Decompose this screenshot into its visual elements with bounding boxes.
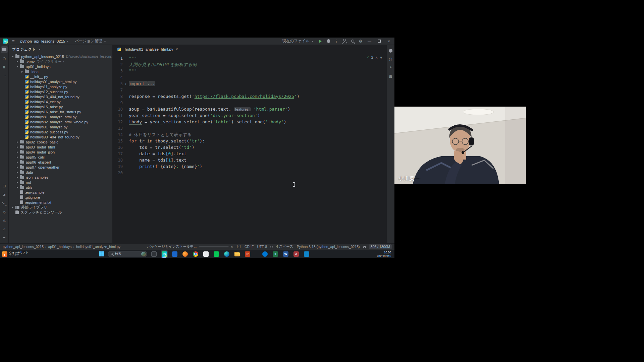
python-interpreter[interactable]: Python 3.13 (python_api_lessons_0215) — [297, 245, 360, 249]
run-config-widget[interactable]: 現在のファイル — [279, 38, 316, 45]
line-number[interactable]: 2 — [113, 62, 123, 67]
python-packages-icon[interactable]: □ — [1, 182, 8, 189]
tree-item[interactable]: json_samples — [9, 175, 112, 180]
more-tools-icon[interactable]: ⋯ — [1, 72, 8, 79]
breadcrumb-item[interactable]: python_api_lessons_0215 — [3, 245, 44, 249]
taskbar-vscode-button[interactable] — [303, 250, 310, 258]
taskbar-line-button[interactable] — [213, 250, 220, 258]
taskbar-outlook-button[interactable] — [171, 250, 178, 258]
run-button[interactable] — [316, 38, 324, 45]
line-number[interactable]: 20 — [113, 171, 123, 175]
maximize-button[interactable] — [374, 38, 384, 45]
code-line[interactable]: 18 name = tds[1].text — [113, 157, 386, 163]
tree-item[interactable]: 外部ライブラリ — [9, 205, 112, 210]
tree-item[interactable]: holidays13_404_not_found.py — [9, 94, 112, 99]
main-menu-icon[interactable]: ≡ — [9, 39, 17, 44]
tree-item[interactable]: holidays12_success.py — [9, 89, 112, 94]
line-number[interactable]: 19 — [113, 164, 123, 169]
start-button[interactable] — [99, 251, 105, 257]
taskbar-access-button[interactable]: A — [292, 250, 300, 258]
chevron-up-icon[interactable]: ∧ — [375, 55, 378, 59]
code-line[interactable]: 16 tds = tr.select('td') — [113, 144, 386, 150]
more-actions-button[interactable]: ⋮ — [332, 38, 340, 45]
tree-item[interactable]: app07_openweather — [9, 165, 112, 170]
line-number[interactable]: 15 — [113, 139, 123, 143]
line-number[interactable]: 10 — [113, 107, 123, 112]
line-number[interactable]: 7 — [113, 88, 123, 93]
taskbar-firefox-button[interactable] — [181, 250, 189, 258]
line-number[interactable]: 1 — [113, 56, 123, 61]
chevron-closed-icon[interactable] — [15, 145, 19, 149]
line-number[interactable]: 3 — [113, 69, 123, 73]
taskbar-notepad-button[interactable] — [202, 250, 210, 258]
commit-icon[interactable]: ○ — [1, 55, 8, 62]
chevron-closed-icon[interactable] — [15, 160, 19, 164]
code-line[interactable]: 13 — [113, 125, 386, 131]
close-tab-icon[interactable]: × — [175, 47, 178, 52]
tree-item[interactable]: .gitignore — [9, 195, 112, 200]
tree-item[interactable]: requirements.txt — [9, 200, 112, 205]
tree-item[interactable]: holidays14_exit.py — [9, 99, 112, 104]
tree-item[interactable]: .env.sample — [9, 190, 112, 195]
chevron-closed-icon[interactable] — [15, 185, 19, 189]
chevron-closed-icon[interactable] — [15, 180, 19, 184]
breadcrumb-item[interactable]: api01_holidays — [48, 245, 72, 249]
tree-item[interactable]: holidays93_404_not_found.py — [9, 134, 112, 139]
vcs-widget[interactable]: バージョン管理 — [72, 38, 109, 45]
line-ending[interactable]: CRLF — [245, 245, 254, 249]
widgets-button[interactable]: ウォッチリスト アイデア — [2, 250, 28, 258]
chevron-closed-icon[interactable] — [15, 165, 19, 169]
inspections-icon[interactable] — [270, 246, 273, 248]
taskbar-windows-terminal-button[interactable] — [150, 250, 158, 258]
line-number[interactable]: 5 — [113, 81, 123, 86]
tree-item[interactable]: holidays92_success.py — [9, 129, 112, 134]
chevron-closed-icon[interactable] — [15, 170, 19, 174]
tree-item[interactable]: md — [9, 180, 112, 185]
chevron-closed-icon[interactable] — [15, 155, 19, 159]
taskbar-explorer-button[interactable] — [233, 250, 241, 258]
tree-item[interactable]: .venvライブラリ ルート — [9, 59, 112, 64]
close-button[interactable]: × — [384, 38, 394, 45]
file-encoding[interactable]: UTF-8 — [257, 245, 267, 249]
taskbar-clock[interactable]: 10:50 2025/02/15 — [377, 251, 391, 258]
fold-marker-icon[interactable]: › — [123, 81, 129, 86]
chevron-closed-icon[interactable] — [11, 205, 15, 209]
tree-item[interactable]: app05_calil — [9, 155, 112, 160]
tree-item[interactable]: holidays11_analyze.py — [9, 84, 112, 89]
line-number[interactable]: 17 — [113, 152, 123, 156]
pycharm-logo-icon[interactable]: PC — [3, 39, 8, 44]
tree-item[interactable]: holidays01_analyze_html.py — [9, 79, 112, 84]
chevron-open-icon[interactable] — [15, 65, 19, 69]
tree-item[interactable]: holidays15_raise.py — [9, 104, 112, 109]
tree-item[interactable]: holidays91_analyze.py — [9, 124, 112, 129]
chevron-closed-icon[interactable] — [15, 140, 19, 144]
code-line[interactable]: 19 print(f'{date}: {name}') — [113, 163, 386, 170]
taskbar-edge-button[interactable] — [223, 250, 230, 258]
tree-item[interactable]: holidays82_analyze_html_whole.py — [9, 119, 112, 124]
database-icon[interactable]: ⊟ — [387, 73, 394, 80]
tree-item[interactable]: api02_cookie_basic — [9, 139, 112, 144]
ai-assistant-icon[interactable]: * — [387, 64, 394, 71]
chevron-down-icon[interactable] — [38, 48, 42, 52]
chevron-closed-icon[interactable] — [20, 70, 24, 74]
debug-button[interactable] — [324, 38, 332, 45]
code-line[interactable]: 17 date = tds[0].text — [113, 150, 386, 157]
breadcrumb-item[interactable]: holidays01_analyze_html.py — [76, 245, 120, 249]
tree-item[interactable]: api01_holidays — [9, 64, 112, 69]
line-number[interactable]: 18 — [113, 158, 123, 163]
lock-icon[interactable] — [363, 246, 366, 248]
project-widget[interactable]: python_api_lessons_0215 — [17, 38, 72, 45]
tree-item[interactable]: .idea — [9, 69, 112, 74]
project-icon[interactable] — [1, 46, 8, 53]
taskbar-word-button[interactable]: W — [282, 250, 289, 258]
chevron-down-icon[interactable]: ∨ — [380, 55, 382, 59]
taskbar-skype-button[interactable] — [261, 250, 269, 258]
taskbar-powerpoint-button[interactable]: P — [244, 250, 251, 258]
code-line[interactable]: 7 — [113, 87, 386, 93]
code-line[interactable]: 12tbody = year_section.select_one('table… — [113, 119, 386, 125]
tree-item[interactable]: api04_metal_json — [9, 149, 112, 155]
services-icon[interactable]: ◇ — [1, 208, 8, 215]
terminal-icon[interactable]: >_ — [1, 200, 8, 206]
line-number[interactable]: 4 — [113, 75, 123, 80]
code-line[interactable]: 8response = requests.get('https://flask.… — [113, 93, 386, 100]
